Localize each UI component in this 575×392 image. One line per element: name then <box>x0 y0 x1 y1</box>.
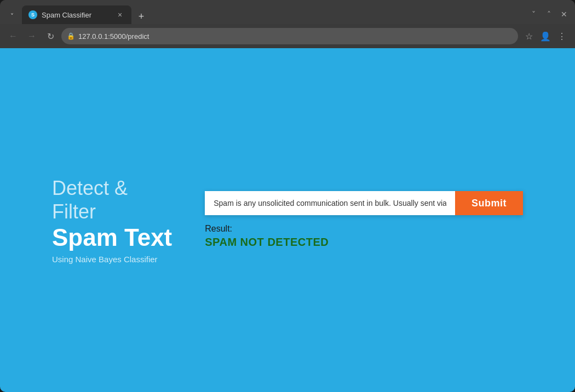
result-area: Result: SPAM NOT DETECTED <box>205 224 523 249</box>
content-area: Detect & Filter Spam Text Using Naive Ba… <box>52 176 523 264</box>
message-input[interactable] <box>205 191 455 215</box>
menu-button[interactable]: ⋮ <box>554 28 570 44</box>
tab-dropdown-button[interactable]: ˅ <box>4 9 20 24</box>
maximize-button[interactable]: ˄ <box>542 8 555 21</box>
right-panel: Submit Result: SPAM NOT DETECTED <box>205 191 523 249</box>
browser-window: ˅ S Spam Classifier × + ˅ ˄ ✕ ← → ↻ 🔒 ☆ … <box>0 0 575 392</box>
webpage-content: Detect & Filter Spam Text Using Naive Ba… <box>0 48 575 392</box>
close-window-button[interactable]: ✕ <box>557 8 571 21</box>
heading-detect-filter: Detect & Filter <box>52 176 172 223</box>
tab-close-button[interactable]: × <box>115 10 125 20</box>
profile-button[interactable]: 👤 <box>538 28 553 44</box>
bookmark-button[interactable]: ☆ <box>521 28 537 44</box>
window-controls: ˅ ˄ ✕ <box>527 8 571 24</box>
refresh-button[interactable]: ↻ <box>43 28 58 44</box>
result-value: SPAM NOT DETECTED <box>205 236 523 249</box>
result-label: Result: <box>205 224 523 234</box>
new-tab-button[interactable]: + <box>134 9 149 24</box>
subtitle: Using Naive Bayes Classifier <box>52 255 172 264</box>
browser-tab[interactable]: S Spam Classifier × <box>22 5 131 24</box>
toolbar-actions: ☆ 👤 ⋮ <box>521 28 570 44</box>
input-row: Submit <box>205 191 523 215</box>
chevron-down-icon: ˅ <box>10 13 14 20</box>
address-bar[interactable] <box>78 32 513 41</box>
lock-icon: 🔒 <box>67 32 75 40</box>
minimize-button[interactable]: ˅ <box>527 8 540 21</box>
tab-title: Spam Classifier <box>42 11 111 19</box>
heading-spam-text: Spam Text <box>52 224 172 251</box>
address-bar-wrapper: 🔒 <box>61 28 518 44</box>
tab-bar: ˅ S Spam Classifier × + ˅ ˄ ✕ <box>0 0 575 24</box>
tab-favicon: S <box>28 10 37 19</box>
forward-button[interactable]: → <box>24 28 39 44</box>
submit-button[interactable]: Submit <box>455 191 523 215</box>
browser-toolbar: ← → ↻ 🔒 ☆ 👤 ⋮ <box>0 24 575 48</box>
back-button[interactable]: ← <box>5 28 21 44</box>
left-panel: Detect & Filter Spam Text Using Naive Ba… <box>52 176 172 264</box>
